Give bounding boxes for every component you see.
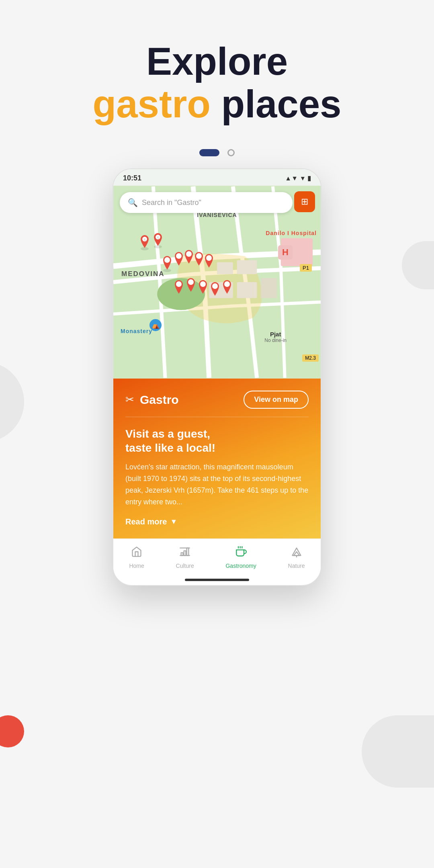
hero-title: Explore gastro places [24,40,410,125]
bg-decor-right2 [362,715,434,788]
svg-rect-4 [237,260,257,274]
card-divider [125,417,309,417]
pagination-dots [199,149,235,156]
home-icon [131,546,142,560]
nav-item-gastronomy[interactable]: Gastronomy [217,546,264,569]
read-more-label: Read more [125,517,167,526]
nav-item-home[interactable]: Home [121,546,152,569]
map-pin-group-1: 🍴 🍴 [135,230,168,254]
map-pin-group-3 [173,246,221,278]
svg-text:🍴: 🍴 [143,238,147,242]
card-body: Lovćen's star attraction, this magnifice… [125,461,309,508]
status-bar: 10:51 ▲▼ ▾ ▮ [113,169,321,186]
read-more-button[interactable]: Read more ▼ [125,517,309,526]
nav-item-nature[interactable]: Nature [280,546,313,569]
gastronomy-icon [235,546,247,560]
nav-item-culture[interactable]: Culture [168,546,202,569]
svg-point-19 [206,255,212,261]
map-label-pjat: Pjat No dine-in [264,331,287,343]
phone-mockup: 10:51 ▲▼ ▾ ▮ [113,168,321,586]
svg-point-18 [196,253,202,259]
hero-line2: places [221,82,342,125]
gastro-icon: ✂ [125,393,134,406]
card-title-wrap: ✂ Gastro [125,393,179,407]
monastery-marker: ⛺ [149,319,162,331]
hero-line1: Explore [146,40,288,83]
svg-point-20 [176,281,182,287]
hero-section: Explore gastro places [0,0,434,149]
pagination-dot-active[interactable] [199,149,219,156]
card-header: ✂ Gastro View on map [125,391,309,409]
hero-highlight: gastro [93,82,211,125]
pagination-dot-inactive[interactable] [227,149,235,156]
nature-icon [291,546,302,560]
map-category-button[interactable]: ⊞ [294,191,315,212]
svg-rect-27 [184,551,186,556]
search-bar[interactable]: 🔍 Search in "Gastro" [120,192,293,213]
nav-label-culture: Culture [176,563,194,569]
status-time: 10:51 [123,174,141,182]
svg-rect-7 [261,278,277,298]
svg-rect-26 [181,553,183,556]
svg-text:🍴: 🍴 [156,236,160,240]
card-section-title: Gastro [140,393,179,407]
culture-icon [179,546,190,560]
svg-point-24 [224,281,230,287]
svg-point-21 [188,279,194,285]
map-label-monastery: Monastery [121,328,152,334]
map-category-icon: ⊞ [301,197,308,207]
svg-point-15 [164,257,170,263]
view-on-map-button[interactable]: View on map [244,391,309,409]
home-indicator [185,579,249,581]
bg-decor-left [0,362,24,442]
map-label-danilo-hospital: Danilo I Hospital [266,230,317,236]
nav-label-nature: Nature [288,563,305,569]
wifi-icon: ▾ [301,174,304,182]
nav-label-gastronomy: Gastronomy [225,563,256,569]
read-more-arrow-icon: ▼ [170,518,177,526]
svg-point-16 [176,253,182,259]
map-label-medovina: MEDOVINA [121,270,165,278]
map-area[interactable]: 🔍 Search in "Gastro" ⊞ LU IVANIŠEVIĆA ME… [113,186,321,379]
bottom-card: ✂ Gastro View on map Visit as a guest,ta… [113,379,321,538]
bg-decor-left2 [0,715,24,747]
svg-rect-6 [237,282,257,298]
status-icons: ▲▼ ▾ ▮ [285,174,311,182]
svg-point-17 [186,251,192,257]
svg-rect-28 [187,548,189,556]
battery-icon: ▮ [307,174,311,182]
search-placeholder: Search in "Gastro" [142,199,201,207]
bottom-nav: Home Culture [113,538,321,579]
map-label-p1: P1 [300,264,312,272]
map-label-m23: M2.3 [302,354,319,362]
svg-point-22 [200,281,206,287]
nav-label-home: Home [129,563,144,569]
signal-icon: ▲▼ [285,175,298,182]
card-heading: Visit as a guest,taste like a local! [125,427,309,455]
phone-frame: 10:51 ▲▼ ▾ ▮ [113,168,321,586]
hospital-marker: H [278,245,293,260]
bg-decor-right [402,241,434,289]
map-pin-group-4 [173,274,237,306]
svg-point-23 [212,283,218,289]
search-icon: 🔍 [128,198,138,207]
